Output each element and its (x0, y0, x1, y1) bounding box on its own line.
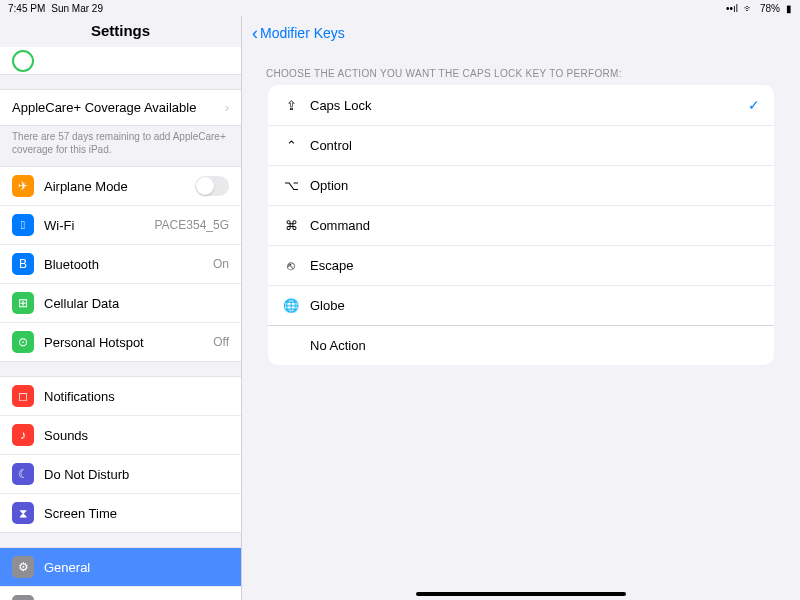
option-option[interactable]: ⌥Option (268, 166, 774, 206)
key-symbol-icon: 🌐 (282, 298, 300, 313)
key-symbol-icon: ⌃ (282, 138, 300, 153)
row-label: Screen Time (44, 506, 229, 521)
option-label: Option (310, 178, 760, 193)
detail-pane: ‹ Modifier Keys CHOOSE THE ACTION YOU WA… (242, 16, 800, 600)
sidebar-title: Settings (0, 16, 241, 47)
row-label: Notifications (44, 389, 229, 404)
status-signal: ••ıl (726, 3, 738, 14)
row-icon: 􀙇 (12, 214, 34, 236)
applecare-label: AppleCare+ Coverage Available (12, 100, 219, 115)
applecare-footer: There are 57 days remaining to add Apple… (0, 126, 241, 166)
row-icon: ⊟ (12, 595, 34, 600)
status-bar: 7:45 PM Sun Mar 29 ••ıl ᯤ 78% ▮ (0, 0, 800, 16)
key-symbol-icon: ⎋ (282, 258, 300, 273)
row-icon: ⧗ (12, 502, 34, 524)
sidebar-item-control-center[interactable]: ⊟Control Center (0, 587, 241, 600)
row-label: Wi-Fi (44, 218, 155, 233)
row-label: Sounds (44, 428, 229, 443)
row-icon: ⊞ (12, 292, 34, 314)
key-symbol-icon: ⌥ (282, 178, 300, 193)
option-label: Globe (310, 298, 760, 313)
row-label: Bluetooth (44, 257, 213, 272)
row-value: On (213, 257, 229, 271)
checkmark-icon: ✓ (748, 97, 760, 113)
row-icon: ☾ (12, 463, 34, 485)
row-icon: ⚙ (12, 556, 34, 578)
section-header: CHOOSE THE ACTION YOU WANT THE CAPS LOCK… (242, 50, 800, 85)
status-time: 7:45 PM (8, 3, 45, 14)
option-no-action[interactable]: No Action (268, 325, 774, 365)
options-card: ⇪Caps Lock✓⌃Control⌥Option⌘Command⎋Escap… (268, 85, 774, 365)
sidebar: Settings AppleCare+ Coverage Available ›… (0, 16, 242, 600)
row-label: Personal Hotspot (44, 335, 213, 350)
sidebar-item-cellular-data[interactable]: ⊞Cellular Data (0, 284, 241, 323)
back-label: Modifier Keys (260, 25, 345, 41)
sidebar-item-general[interactable]: ⚙General (0, 548, 241, 587)
option-globe[interactable]: 🌐Globe (268, 286, 774, 325)
row-icon: ♪ (12, 424, 34, 446)
sidebar-item-personal-hotspot[interactable]: ⊙Personal HotspotOff (0, 323, 241, 361)
option-control[interactable]: ⌃Control (268, 126, 774, 166)
sidebar-item-airplane-mode[interactable]: ✈Airplane Mode (0, 167, 241, 206)
option-label: No Action (310, 338, 760, 353)
back-button[interactable]: ‹ Modifier Keys (252, 23, 345, 44)
row-icon: ◻ (12, 385, 34, 407)
option-label: Escape (310, 258, 760, 273)
row-label: Airplane Mode (44, 179, 195, 194)
status-battery: 78% (760, 3, 780, 14)
battery-icon: ▮ (786, 3, 792, 14)
row-icon: ✈ (12, 175, 34, 197)
row-label: Do Not Disturb (44, 467, 229, 482)
toggle[interactable] (195, 176, 229, 196)
option-command[interactable]: ⌘Command (268, 206, 774, 246)
sidebar-item-notifications[interactable]: ◻Notifications (0, 377, 241, 416)
chevron-left-icon: ‹ (252, 23, 258, 44)
row-label: Cellular Data (44, 296, 229, 311)
profile-row[interactable] (0, 47, 241, 75)
sidebar-item-do-not-disturb[interactable]: ☾Do Not Disturb (0, 455, 241, 494)
sidebar-item-screen-time[interactable]: ⧗Screen Time (0, 494, 241, 532)
row-label: General (44, 560, 229, 575)
sidebar-item-wi-fi[interactable]: 􀙇Wi-FiPACE354_5G (0, 206, 241, 245)
row-icon: ⊙ (12, 331, 34, 353)
avatar (12, 50, 34, 72)
row-value: PACE354_5G (155, 218, 230, 232)
applecare-row[interactable]: AppleCare+ Coverage Available › (0, 89, 241, 126)
detail-header: ‹ Modifier Keys (242, 16, 800, 50)
chevron-right-icon: › (225, 100, 229, 115)
key-symbol-icon: ⇪ (282, 98, 300, 113)
row-icon: B (12, 253, 34, 275)
row-value: Off (213, 335, 229, 349)
option-label: Control (310, 138, 760, 153)
status-date: Sun Mar 29 (51, 3, 103, 14)
key-symbol-icon: ⌘ (282, 218, 300, 233)
wifi-icon: ᯤ (744, 3, 754, 14)
option-caps-lock[interactable]: ⇪Caps Lock✓ (268, 85, 774, 126)
option-label: Command (310, 218, 760, 233)
option-label: Caps Lock (310, 98, 748, 113)
sidebar-item-sounds[interactable]: ♪Sounds (0, 416, 241, 455)
sidebar-item-bluetooth[interactable]: BBluetoothOn (0, 245, 241, 284)
option-escape[interactable]: ⎋Escape (268, 246, 774, 286)
home-indicator[interactable] (416, 592, 626, 596)
